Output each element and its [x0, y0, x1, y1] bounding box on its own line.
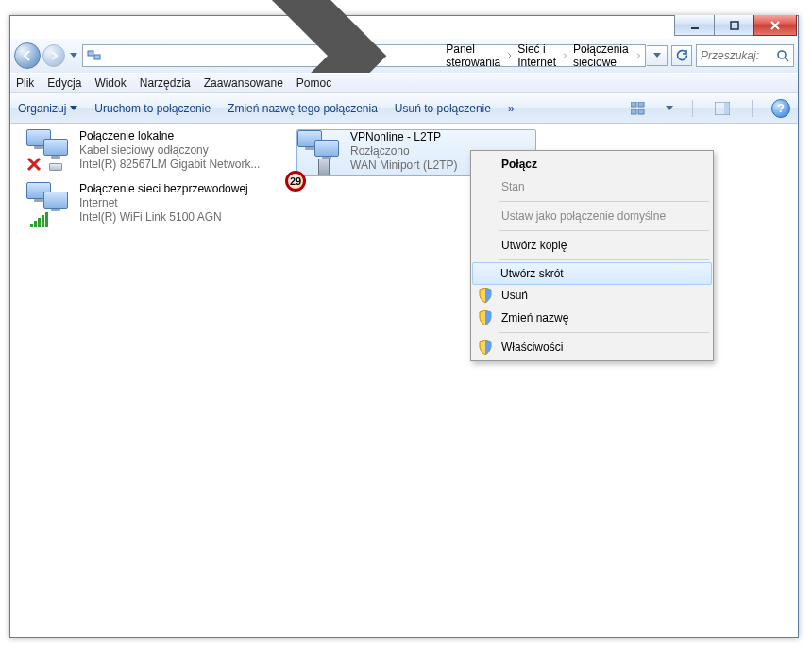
connection-item-lan[interactable]: Połączenie lokalne Kabel sieciowy odłącz…	[26, 129, 291, 176]
ctx-rename[interactable]: Zmień nazwę	[473, 307, 711, 329]
help-button[interactable]: ?	[771, 99, 790, 118]
wlan-icon	[26, 182, 76, 227]
annotation-badge-29: 29	[285, 171, 306, 192]
refresh-button[interactable]	[671, 45, 692, 66]
command-bar: Organizuj Uruchom to połączenie Zmień na…	[10, 93, 798, 124]
search-input[interactable]	[701, 49, 776, 62]
shield-icon	[479, 340, 492, 355]
svg-rect-5	[638, 102, 644, 107]
network-connections-icon	[87, 48, 102, 63]
organize-button[interactable]: Organizuj	[18, 102, 77, 115]
context-menu: Połącz Stan Ustaw jako połączenie domyśl…	[470, 150, 714, 361]
breadcrumb-label: Panel sterowania	[446, 42, 503, 69]
connection-item-wlan[interactable]: Połączenie sieci bezprzewodowej Internet…	[26, 182, 291, 229]
ethernet-cable-icon	[49, 163, 62, 171]
address-bar[interactable]: Panel sterowania Sieć i Internet Połącze…	[82, 44, 646, 67]
chevron-down-icon[interactable]	[666, 106, 673, 111]
more-commands-button[interactable]: »	[508, 102, 515, 115]
maximize-button[interactable]	[714, 15, 753, 36]
ctx-create-copy[interactable]: Utwórz kopię	[473, 234, 711, 257]
connection-device: Intel(R) WiFi Link 5100 AGN	[79, 210, 291, 225]
svg-rect-2	[94, 55, 100, 59]
search-box[interactable]	[696, 44, 794, 67]
breadcrumb[interactable]: Panel sterowania	[446, 42, 512, 69]
connections-list: Połączenie lokalne Kabel sieciowy odłącz…	[11, 124, 797, 636]
miniport-icon	[318, 159, 330, 175]
separator	[499, 259, 709, 260]
explorer-window: Panel sterowania Sieć i Internet Połącze…	[9, 15, 799, 638]
svg-rect-7	[638, 109, 644, 114]
ctx-status: Stan	[473, 175, 711, 198]
minimize-button[interactable]	[674, 15, 714, 36]
chevron-right-icon	[563, 51, 567, 60]
separator	[499, 201, 709, 202]
svg-rect-0	[731, 22, 738, 29]
chevron-down-icon	[70, 106, 77, 111]
menu-view[interactable]: Widok	[94, 76, 126, 90]
svg-rect-4	[631, 102, 636, 107]
separator	[692, 100, 693, 117]
connection-title: Połączenie lokalne	[79, 129, 291, 143]
preview-pane-button[interactable]	[712, 98, 733, 119]
shield-icon	[479, 288, 492, 303]
navigation-row: Panel sterowania Sieć i Internet Połącze…	[10, 39, 798, 73]
forward-button[interactable]	[42, 44, 65, 67]
chevron-right-icon	[507, 51, 512, 60]
close-button[interactable]	[753, 15, 797, 36]
separator	[499, 332, 709, 333]
svg-rect-9	[724, 103, 729, 114]
ctx-properties[interactable]: Właściwości	[473, 336, 711, 359]
ctx-connect[interactable]: Połącz	[473, 153, 711, 175]
svg-rect-6	[631, 109, 636, 114]
lan-icon	[26, 129, 76, 175]
menu-tools[interactable]: Narzędzia	[140, 76, 191, 90]
title-bar	[674, 15, 799, 38]
vpn-icon	[297, 130, 347, 175]
svg-point-3	[778, 51, 786, 58]
menu-edit[interactable]: Edycja	[47, 76, 81, 90]
menu-file[interactable]: Plik	[16, 76, 34, 90]
nav-history-dropdown[interactable]	[67, 53, 80, 58]
ctx-set-default: Ustaw jako połączenie domyślne	[473, 205, 711, 227]
svg-rect-1	[88, 51, 93, 56]
separator	[499, 230, 709, 231]
ctx-delete[interactable]: Usuń	[473, 284, 711, 307]
rename-connection-button[interactable]: Zmień nazwę tego połączenia	[228, 102, 378, 115]
back-button[interactable]	[14, 42, 41, 69]
breadcrumb[interactable]: Połączenia sieciowe	[573, 42, 641, 69]
chevron-right-icon	[636, 51, 641, 60]
breadcrumb-label: Sieć i Internet	[517, 42, 559, 69]
start-connection-button[interactable]: Uruchom to połączenie	[94, 102, 211, 115]
search-icon	[776, 49, 789, 62]
menu-advanced[interactable]: Zaawansowane	[204, 76, 283, 90]
breadcrumb[interactable]: Sieć i Internet	[517, 42, 567, 69]
change-view-button[interactable]	[628, 98, 649, 119]
signal-bars-icon	[30, 212, 48, 227]
connection-status: Kabel sieciowy odłączony	[79, 143, 291, 158]
breadcrumb-label: Połączenia sieciowe	[573, 42, 633, 69]
connection-title: VPNonline - L2TP	[350, 130, 535, 144]
connection-status: Internet	[79, 196, 291, 210]
delete-connection-button[interactable]: Usuń to połączenie	[395, 102, 491, 115]
menu-bar: Plik Edycja Widok Narzędzia Zaawansowane…	[10, 73, 798, 93]
shield-icon	[479, 310, 492, 326]
ctx-create-shortcut[interactable]: Utwórz skrót	[472, 262, 712, 285]
connection-title: Połączenie sieci bezprzewodowej	[79, 182, 291, 196]
separator	[752, 100, 753, 117]
address-history-dropdown[interactable]	[647, 45, 668, 66]
connection-device: Intel(R) 82567LM Gigabit Network...	[79, 158, 291, 172]
menu-help[interactable]: Pomoc	[296, 76, 331, 90]
